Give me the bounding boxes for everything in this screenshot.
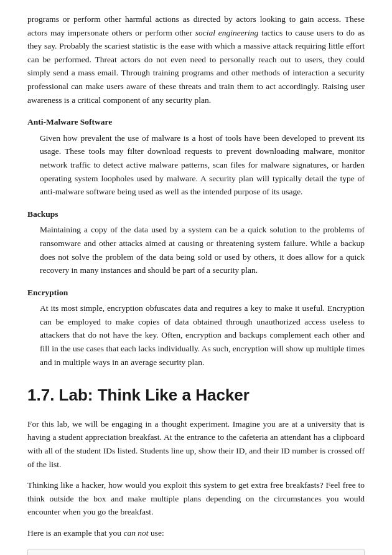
lab-paragraph-2: Thinking like a hacker, how would you ex…: [27, 478, 365, 519]
section-encryption: Encryption At its most simple, encryptio…: [27, 286, 365, 369]
intro-text-after: tactics to cause users to do as they say…: [27, 28, 365, 105]
section-heading-anti-malware: Anti-Malware Software: [27, 115, 365, 129]
lab-paragraph-1: For this lab, we will be engaging in a t…: [27, 417, 365, 471]
section-body-anti-malware: Given how prevalent the use of malware i…: [40, 131, 365, 199]
lab-italic: can not: [123, 528, 148, 538]
chapter-number: 1.7.: [27, 386, 54, 404]
section-anti-malware: Anti-Malware Software Given how prevalen…: [27, 115, 365, 199]
lab-text-after-italic: use:: [149, 528, 164, 538]
chapter-title-text: Lab: Think Like a Hacker: [59, 386, 250, 404]
section-backups: Backups Maintaining a copy of the data u…: [27, 207, 365, 277]
chapter-heading: 1.7. Lab: Think Like a Hacker: [27, 382, 365, 409]
section-heading-backups: Backups: [27, 207, 365, 221]
lab-paragraph-3: Here is an example that you can not use:: [27, 526, 365, 540]
intro-paragraph: programs or perform other harmful action…: [27, 12, 365, 107]
example-box: I would tell the attendant that I forgot…: [27, 549, 365, 555]
section-heading-encryption: Encryption: [27, 286, 365, 300]
section-body-backups: Maintaining a copy of the data used by a…: [40, 223, 365, 277]
lab-text-before-italic: Here is an example that you: [27, 528, 123, 538]
intro-italic: social engineering: [195, 28, 258, 37]
section-body-encryption: At its most simple, encryption obfuscate…: [40, 301, 365, 369]
